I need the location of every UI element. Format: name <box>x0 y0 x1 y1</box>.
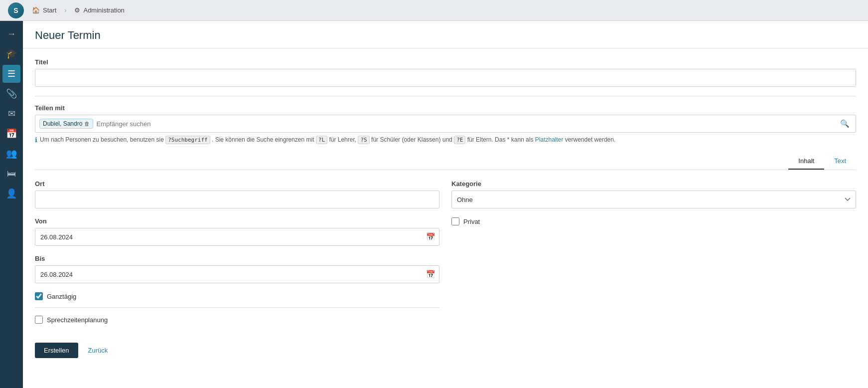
ganztaegig-label: Ganztägig <box>47 293 76 300</box>
sidebar-item-logout[interactable]: → <box>2 25 20 43</box>
sprechzeiten-label: Sprechzeitenplanung <box>47 316 108 324</box>
erstellen-button[interactable]: Erstellen <box>35 343 78 358</box>
titel-input[interactable] <box>35 69 856 87</box>
share-field[interactable]: Dubiel, Sandro 🗑 🔍 <box>35 115 856 133</box>
divider-2 <box>35 307 439 308</box>
graduation-cap-icon: 🎓 <box>6 48 17 59</box>
page-header: Neuer Termin <box>23 21 868 48</box>
ganztaegig-row: Ganztägig <box>35 292 439 300</box>
privat-row: Privat <box>451 217 856 225</box>
sidebar-item-graduation[interactable]: 🎓 <box>2 45 20 63</box>
info-text-mid1: . Sie können die Suche eingrenzen mit <box>212 136 314 143</box>
action-row: Erstellen Zurück <box>35 343 856 368</box>
titel-label: Titel <box>35 58 856 66</box>
info-tag3: ?S <box>358 136 369 144</box>
person-plus-icon: 👤 <box>6 188 17 199</box>
privat-label: Privat <box>463 218 480 225</box>
sidebar-item-attachment[interactable]: 📎 <box>2 85 20 103</box>
sidebar-item-person-plus[interactable]: 👤 <box>2 185 20 202</box>
info-text-end: verwendet werden. <box>565 136 615 143</box>
tab-inhalt[interactable]: Inhalt <box>788 153 824 170</box>
home-icon: 🏠 <box>32 6 40 14</box>
nav-admin-label: Administration <box>83 6 124 14</box>
bis-input[interactable] <box>35 265 439 283</box>
info-icon: ℹ <box>35 136 37 144</box>
envelope-icon: ✉ <box>8 108 15 119</box>
info-tag4: ?E <box>454 136 465 144</box>
info-tag2: ?L <box>316 136 327 144</box>
recipient-tag: Dubiel, Sandro 🗑 <box>39 119 93 129</box>
app-logo: S <box>8 2 24 18</box>
share-info: ℹ Um nach Personen zu besuchen, benutzen… <box>35 136 856 144</box>
info-tag1: ?Suchbegriff <box>165 136 210 144</box>
von-group: Von 📅 <box>35 217 439 246</box>
von-label: Von <box>35 217 439 225</box>
main-layout: → 🎓 ☰ 📎 ✉ 📅 👥 🛏 👤 Neuer Termin <box>0 21 868 388</box>
info-text-mid4: für Eltern. Das * kann als <box>467 136 534 143</box>
kategorie-label: Kategorie <box>451 180 856 188</box>
form-body: Titel Teilen mit Dubiel, Sandro 🗑 🔍 <box>23 48 868 378</box>
von-calendar-button[interactable]: 📅 <box>426 232 435 241</box>
two-col-section: Ort Von 📅 <box>35 180 856 331</box>
gear-icon: ⚙ <box>74 6 80 14</box>
ort-column: Ort Von 📅 <box>35 180 439 331</box>
remove-recipient-icon[interactable]: 🗑 <box>84 121 90 127</box>
divider-1 <box>35 96 856 96</box>
content-area: Neuer Termin Titel Teilen mit Dubiel, Sa… <box>23 21 868 388</box>
share-search-button[interactable]: 🔍 <box>838 118 852 129</box>
nav-home-label: Start <box>43 6 56 14</box>
paperclip-icon: 📎 <box>6 88 17 99</box>
users-icon: 👥 <box>6 148 17 159</box>
sidebar-item-bed[interactable]: 🛏 <box>2 165 20 183</box>
ort-input[interactable] <box>35 191 439 208</box>
bis-group: Bis 📅 <box>35 255 439 283</box>
titel-group: Titel <box>35 58 856 87</box>
calendar-icon: 📅 <box>6 128 17 139</box>
info-text-prefix: Um nach Personen zu besuchen, benutzen s… <box>40 136 164 143</box>
sidebar-item-calendar[interactable]: 📅 <box>2 125 20 143</box>
von-date-wrapper: 📅 <box>35 228 439 246</box>
nav-home[interactable]: 🏠 Start <box>32 6 56 14</box>
sidebar: → 🎓 ☰ 📎 ✉ 📅 👥 🛏 👤 <box>0 21 23 388</box>
teilen-mit-label: Teilen mit <box>35 104 856 112</box>
calendar-icon: 📅 <box>426 232 435 241</box>
bed-icon: 🛏 <box>7 169 16 179</box>
sidebar-item-calendar-list[interactable]: ☰ <box>2 65 20 83</box>
zurueck-link[interactable]: Zurück <box>82 343 114 358</box>
list-icon: ☰ <box>7 68 15 79</box>
info-link: Platzhalter <box>535 136 564 143</box>
kategorie-group: Kategorie Ohne <box>451 180 856 208</box>
logout-icon: → <box>7 29 16 39</box>
teilen-mit-group: Teilen mit Dubiel, Sandro 🗑 🔍 ℹ Um nach … <box>35 104 856 144</box>
sidebar-item-messages[interactable]: ✉ <box>2 105 20 123</box>
kategorie-column: Kategorie Ohne Privat <box>451 180 856 331</box>
ort-label: Ort <box>35 180 439 188</box>
recipient-name: Dubiel, Sandro <box>43 120 82 127</box>
share-search-input[interactable] <box>96 120 835 128</box>
von-input[interactable] <box>35 228 439 246</box>
info-text-mid3: für Schüler (oder Klassen) und <box>371 136 452 143</box>
privat-checkbox[interactable] <box>451 217 459 225</box>
top-navigation: S 🏠 Start › ⚙ Administration <box>0 0 868 21</box>
bis-label: Bis <box>35 255 439 262</box>
ort-group: Ort <box>35 180 439 208</box>
info-text-mid2: für Lehrer, <box>329 136 356 143</box>
sprechzeiten-checkbox[interactable] <box>35 316 43 324</box>
bis-date-wrapper: 📅 <box>35 265 439 283</box>
page-title: Neuer Termin <box>35 29 856 42</box>
kategorie-select[interactable]: Ohne <box>451 191 856 208</box>
sprechzeiten-row: Sprechzeitenplanung <box>35 316 439 324</box>
ganztaegig-checkbox[interactable] <box>35 292 43 300</box>
search-icon: 🔍 <box>840 119 850 128</box>
nav-admin[interactable]: ⚙ Administration <box>74 6 124 14</box>
tab-text[interactable]: Text <box>824 153 856 170</box>
nav-separator: › <box>64 7 66 14</box>
bis-calendar-button[interactable]: 📅 <box>426 270 435 279</box>
sidebar-item-users[interactable]: 👥 <box>2 145 20 163</box>
calendar-icon2: 📅 <box>426 270 435 278</box>
tabs-bar: Inhalt Text <box>35 153 856 170</box>
